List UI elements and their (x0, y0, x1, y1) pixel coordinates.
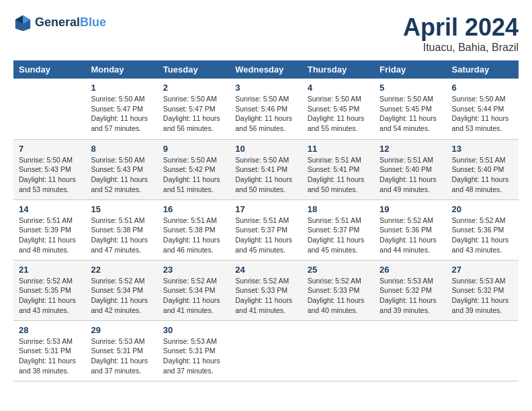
day-cell (13, 79, 85, 139)
day-number: 23 (163, 265, 224, 275)
day-cell: 1Sunrise: 5:50 AM Sunset: 5:47 PM Daylig… (85, 79, 157, 139)
day-cell: 24Sunrise: 5:52 AM Sunset: 5:33 PM Dayli… (230, 260, 302, 320)
day-number: 13 (452, 144, 513, 154)
day-info: Sunrise: 5:52 AM Sunset: 5:35 PM Dayligh… (19, 276, 80, 316)
day-number: 3 (235, 83, 296, 93)
day-cell: 14Sunrise: 5:51 AM Sunset: 5:39 PM Dayli… (13, 199, 85, 260)
day-cell (302, 320, 374, 381)
day-cell: 22Sunrise: 5:52 AM Sunset: 5:34 PM Dayli… (85, 260, 157, 320)
day-info: Sunrise: 5:51 AM Sunset: 5:41 PM Dayligh… (308, 155, 369, 195)
header-tuesday: Tuesday (158, 60, 230, 79)
day-cell: 28Sunrise: 5:53 AM Sunset: 5:31 PM Dayli… (13, 320, 85, 381)
header-wednesday: Wednesday (230, 60, 302, 79)
day-info: Sunrise: 5:52 AM Sunset: 5:36 PM Dayligh… (380, 216, 441, 255)
day-number: 22 (91, 265, 152, 275)
day-cell: 9Sunrise: 5:50 AM Sunset: 5:42 PM Daylig… (158, 139, 230, 199)
day-info: Sunrise: 5:53 AM Sunset: 5:31 PM Dayligh… (19, 336, 80, 376)
day-number: 15 (91, 204, 152, 214)
day-cell: 2Sunrise: 5:50 AM Sunset: 5:47 PM Daylig… (158, 79, 230, 139)
day-cell: 30Sunrise: 5:53 AM Sunset: 5:31 PM Dayli… (158, 320, 230, 381)
page-header: GeneralBlue April 2024 Ituacu, Bahia, Br… (13, 13, 519, 54)
day-cell: 6Sunrise: 5:50 AM Sunset: 5:44 PM Daylig… (447, 79, 519, 139)
day-info: Sunrise: 5:50 AM Sunset: 5:47 PM Dayligh… (91, 94, 152, 134)
day-number: 5 (380, 83, 441, 93)
day-info: Sunrise: 5:50 AM Sunset: 5:45 PM Dayligh… (308, 94, 369, 134)
day-info: Sunrise: 5:50 AM Sunset: 5:43 PM Dayligh… (19, 155, 80, 195)
day-info: Sunrise: 5:51 AM Sunset: 5:37 PM Dayligh… (235, 216, 296, 255)
day-cell: 10Sunrise: 5:50 AM Sunset: 5:41 PM Dayli… (230, 139, 302, 199)
day-number: 19 (380, 204, 441, 214)
day-cell: 18Sunrise: 5:51 AM Sunset: 5:37 PM Dayli… (302, 199, 374, 260)
header-friday: Friday (374, 60, 446, 79)
day-cell: 12Sunrise: 5:51 AM Sunset: 5:40 PM Dayli… (374, 139, 446, 199)
logo-text: GeneralBlue (35, 16, 106, 30)
day-number: 16 (163, 204, 224, 214)
title-block: April 2024 Ituacu, Bahia, Brazil (403, 13, 519, 54)
header-saturday: Saturday (447, 60, 519, 79)
day-info: Sunrise: 5:52 AM Sunset: 5:33 PM Dayligh… (235, 276, 296, 316)
day-cell (447, 320, 519, 381)
day-cell: 23Sunrise: 5:52 AM Sunset: 5:34 PM Dayli… (158, 260, 230, 320)
day-cell: 19Sunrise: 5:52 AM Sunset: 5:36 PM Dayli… (374, 199, 446, 260)
day-info: Sunrise: 5:50 AM Sunset: 5:42 PM Dayligh… (163, 155, 224, 195)
day-info: Sunrise: 5:52 AM Sunset: 5:34 PM Dayligh… (163, 276, 224, 316)
location-subtitle: Ituacu, Bahia, Brazil (403, 42, 519, 54)
day-cell: 4Sunrise: 5:50 AM Sunset: 5:45 PM Daylig… (302, 79, 374, 139)
day-cell (374, 320, 446, 381)
day-number: 21 (19, 265, 80, 275)
day-number: 18 (308, 204, 369, 214)
week-row-3: 14Sunrise: 5:51 AM Sunset: 5:39 PM Dayli… (13, 199, 519, 260)
day-info: Sunrise: 5:52 AM Sunset: 5:34 PM Dayligh… (91, 276, 152, 316)
day-number: 24 (235, 265, 296, 275)
day-number: 1 (91, 83, 152, 93)
day-number: 7 (19, 144, 80, 154)
day-info: Sunrise: 5:50 AM Sunset: 5:47 PM Dayligh… (163, 94, 224, 134)
day-info: Sunrise: 5:53 AM Sunset: 5:32 PM Dayligh… (380, 276, 441, 316)
day-info: Sunrise: 5:52 AM Sunset: 5:33 PM Dayligh… (308, 276, 369, 316)
day-number: 17 (235, 204, 296, 214)
day-number: 20 (452, 204, 513, 214)
day-cell: 8Sunrise: 5:50 AM Sunset: 5:43 PM Daylig… (85, 139, 157, 199)
day-cell: 25Sunrise: 5:52 AM Sunset: 5:33 PM Dayli… (302, 260, 374, 320)
day-cell: 3Sunrise: 5:50 AM Sunset: 5:46 PM Daylig… (230, 79, 302, 139)
header-monday: Monday (85, 60, 157, 79)
day-cell: 26Sunrise: 5:53 AM Sunset: 5:32 PM Dayli… (374, 260, 446, 320)
day-info: Sunrise: 5:51 AM Sunset: 5:37 PM Dayligh… (308, 216, 369, 255)
logo-icon (13, 13, 32, 32)
day-info: Sunrise: 5:50 AM Sunset: 5:46 PM Dayligh… (235, 94, 296, 134)
day-number: 25 (308, 265, 369, 275)
day-number: 8 (91, 144, 152, 154)
day-info: Sunrise: 5:51 AM Sunset: 5:39 PM Dayligh… (19, 216, 80, 255)
day-cell: 15Sunrise: 5:51 AM Sunset: 5:38 PM Dayli… (85, 199, 157, 260)
day-cell: 20Sunrise: 5:52 AM Sunset: 5:36 PM Dayli… (447, 199, 519, 260)
day-info: Sunrise: 5:53 AM Sunset: 5:32 PM Dayligh… (452, 276, 513, 316)
day-cell: 29Sunrise: 5:53 AM Sunset: 5:31 PM Dayli… (85, 320, 157, 381)
header-row: SundayMondayTuesdayWednesdayThursdayFrid… (13, 60, 519, 79)
day-number: 30 (163, 325, 224, 335)
week-row-5: 28Sunrise: 5:53 AM Sunset: 5:31 PM Dayli… (13, 320, 519, 381)
week-row-4: 21Sunrise: 5:52 AM Sunset: 5:35 PM Dayli… (13, 260, 519, 320)
day-number: 29 (91, 325, 152, 335)
day-cell: 21Sunrise: 5:52 AM Sunset: 5:35 PM Dayli… (13, 260, 85, 320)
day-cell: 16Sunrise: 5:51 AM Sunset: 5:38 PM Dayli… (158, 199, 230, 260)
day-info: Sunrise: 5:51 AM Sunset: 5:40 PM Dayligh… (380, 155, 441, 195)
day-info: Sunrise: 5:51 AM Sunset: 5:40 PM Dayligh… (452, 155, 513, 195)
day-info: Sunrise: 5:50 AM Sunset: 5:41 PM Dayligh… (235, 155, 296, 195)
day-number: 27 (452, 265, 513, 275)
day-cell: 13Sunrise: 5:51 AM Sunset: 5:40 PM Dayli… (447, 139, 519, 199)
day-cell: 27Sunrise: 5:53 AM Sunset: 5:32 PM Dayli… (447, 260, 519, 320)
day-info: Sunrise: 5:50 AM Sunset: 5:43 PM Dayligh… (91, 155, 152, 195)
day-number: 11 (308, 144, 369, 154)
day-number: 26 (380, 265, 441, 275)
day-number: 28 (19, 325, 80, 335)
logo: GeneralBlue (13, 13, 106, 32)
day-info: Sunrise: 5:53 AM Sunset: 5:31 PM Dayligh… (163, 336, 224, 376)
header-thursday: Thursday (302, 60, 374, 79)
day-number: 6 (452, 83, 513, 93)
day-number: 4 (308, 83, 369, 93)
header-sunday: Sunday (13, 60, 85, 79)
day-cell: 7Sunrise: 5:50 AM Sunset: 5:43 PM Daylig… (13, 139, 85, 199)
day-number: 10 (235, 144, 296, 154)
day-info: Sunrise: 5:51 AM Sunset: 5:38 PM Dayligh… (163, 216, 224, 255)
day-cell: 5Sunrise: 5:50 AM Sunset: 5:45 PM Daylig… (374, 79, 446, 139)
